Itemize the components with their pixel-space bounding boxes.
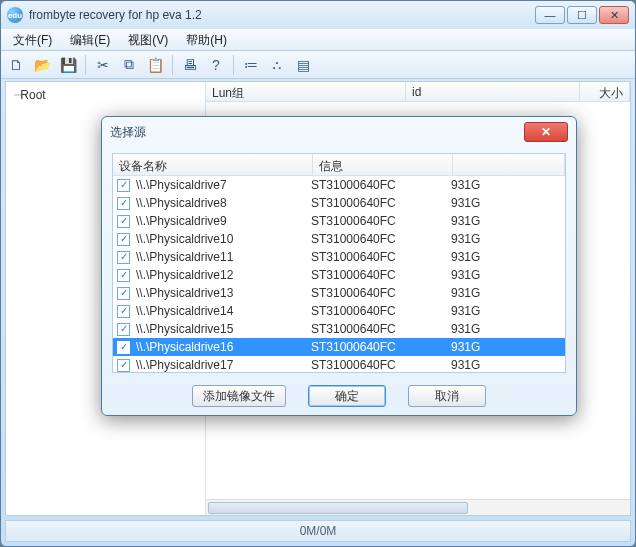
device-name: \\.\Physicaldrive15 [136, 322, 311, 336]
checkbox-icon[interactable]: ✓ [117, 341, 130, 354]
device-name: \\.\Physicaldrive7 [136, 178, 311, 192]
window-title: frombyte recovery for hp eva 1.2 [29, 8, 535, 22]
menu-view[interactable]: 视图(V) [120, 30, 176, 51]
device-info: ST31000640FC [311, 232, 451, 246]
device-row[interactable]: ✓\\.\Physicaldrive10ST31000640FC931G [113, 230, 565, 248]
minimize-button[interactable]: — [535, 6, 565, 24]
status-bar: 0M/0M [5, 520, 631, 542]
device-size: 931G [451, 286, 561, 300]
print-icon[interactable]: 🖶 [179, 54, 201, 76]
dialog-close-button[interactable]: ✕ [524, 122, 568, 142]
checkbox-icon[interactable]: ✓ [117, 305, 130, 318]
column-id[interactable]: id [406, 82, 580, 101]
toolbar-separator [233, 55, 234, 75]
toolbar: 🗋 📂 💾 ✂ ⧉ 📋 🖶 ? ≔ ⛬ ▤ [1, 51, 635, 79]
maximize-button[interactable]: ☐ [567, 6, 597, 24]
device-size: 931G [451, 304, 561, 318]
menu-help[interactable]: 帮助(H) [178, 30, 235, 51]
column-device-info[interactable]: 信息 [313, 154, 453, 175]
cut-icon[interactable]: ✂ [92, 54, 114, 76]
device-name: \\.\Physicaldrive10 [136, 232, 311, 246]
toolbar-separator [172, 55, 173, 75]
app-window: edu frombyte recovery for hp eva 1.2 — ☐… [0, 0, 636, 547]
titlebar[interactable]: edu frombyte recovery for hp eva 1.2 — ☐… [1, 1, 635, 29]
checkbox-icon[interactable]: ✓ [117, 197, 130, 210]
device-info: ST31000640FC [311, 196, 451, 210]
scrollbar-thumb[interactable] [208, 502, 468, 514]
device-info: ST31000640FC [311, 268, 451, 282]
tool-icon[interactable]: ⛬ [266, 54, 288, 76]
device-row[interactable]: ✓\\.\Physicaldrive8ST31000640FC931G [113, 194, 565, 212]
device-info: ST31000640FC [311, 358, 451, 372]
device-info: ST31000640FC [311, 340, 451, 354]
paste-icon[interactable]: 📋 [144, 54, 166, 76]
device-info: ST31000640FC [311, 304, 451, 318]
status-text: 0M/0M [300, 524, 337, 538]
device-size: 931G [451, 322, 561, 336]
device-size: 931G [451, 232, 561, 246]
device-row[interactable]: ✓\\.\Physicaldrive16ST31000640FC931G [113, 338, 565, 356]
copy-icon[interactable]: ⧉ [118, 54, 140, 76]
checkbox-icon[interactable]: ✓ [117, 251, 130, 264]
device-info: ST31000640FC [311, 214, 451, 228]
device-size: 931G [451, 340, 561, 354]
device-name: \\.\Physicaldrive9 [136, 214, 311, 228]
add-image-file-button[interactable]: 添加镜像文件 [192, 385, 286, 407]
dialog-body: 设备名称 信息 ✓\\.\Physicaldrive7ST31000640FC9… [112, 153, 566, 373]
device-row[interactable]: ✓\\.\Physicaldrive7ST31000640FC931G [113, 176, 565, 194]
app-icon: edu [7, 7, 23, 23]
checkbox-icon[interactable]: ✓ [117, 269, 130, 282]
tool-icon[interactable]: ≔ [240, 54, 262, 76]
checkbox-icon[interactable]: ✓ [117, 215, 130, 228]
device-row[interactable]: ✓\\.\Physicaldrive14ST31000640FC931G [113, 302, 565, 320]
menu-bar: 文件(F) 编辑(E) 视图(V) 帮助(H) [1, 29, 635, 51]
device-info: ST31000640FC [311, 178, 451, 192]
device-name: \\.\Physicaldrive17 [136, 358, 311, 372]
save-icon[interactable]: 💾 [57, 54, 79, 76]
device-row[interactable]: ✓\\.\Physicaldrive17ST31000640FC931G [113, 356, 565, 372]
device-name: \\.\Physicaldrive11 [136, 250, 311, 264]
device-size: 931G [451, 358, 561, 372]
checkbox-icon[interactable]: ✓ [117, 287, 130, 300]
select-source-dialog: 选择源 ✕ 设备名称 信息 ✓\\.\Physicaldrive7ST31000… [101, 116, 577, 416]
close-button[interactable]: ✕ [599, 6, 629, 24]
column-lun[interactable]: Lun组 [206, 82, 406, 101]
menu-edit[interactable]: 编辑(E) [62, 30, 118, 51]
new-icon[interactable]: 🗋 [5, 54, 27, 76]
column-device-size[interactable] [453, 154, 565, 175]
checkbox-icon[interactable]: ✓ [117, 359, 130, 372]
device-row[interactable]: ✓\\.\Physicaldrive11ST31000640FC931G [113, 248, 565, 266]
device-row[interactable]: ✓\\.\Physicaldrive13ST31000640FC931G [113, 284, 565, 302]
tree-root-node[interactable]: Root [10, 86, 201, 104]
device-row[interactable]: ✓\\.\Physicaldrive15ST31000640FC931G [113, 320, 565, 338]
checkbox-icon[interactable]: ✓ [117, 323, 130, 336]
menu-file[interactable]: 文件(F) [5, 30, 60, 51]
device-info: ST31000640FC [311, 286, 451, 300]
dialog-title: 选择源 [110, 124, 524, 141]
horizontal-scrollbar[interactable] [206, 499, 630, 515]
cancel-button[interactable]: 取消 [408, 385, 486, 407]
checkbox-icon[interactable]: ✓ [117, 179, 130, 192]
ok-button[interactable]: 确定 [308, 385, 386, 407]
device-row[interactable]: ✓\\.\Physicaldrive12ST31000640FC931G [113, 266, 565, 284]
device-info: ST31000640FC [311, 322, 451, 336]
list-header: Lun组 id 大小 [206, 82, 630, 102]
device-size: 931G [451, 196, 561, 210]
help-icon[interactable]: ? [205, 54, 227, 76]
device-name: \\.\Physicaldrive16 [136, 340, 311, 354]
device-name: \\.\Physicaldrive14 [136, 304, 311, 318]
device-info: ST31000640FC [311, 250, 451, 264]
device-list[interactable]: ✓\\.\Physicaldrive7ST31000640FC931G✓\\.\… [113, 176, 565, 372]
grid-icon[interactable]: ▤ [292, 54, 314, 76]
device-name: \\.\Physicaldrive12 [136, 268, 311, 282]
device-size: 931G [451, 250, 561, 264]
column-size[interactable]: 大小 [580, 82, 630, 101]
dialog-titlebar[interactable]: 选择源 ✕ [102, 117, 576, 147]
column-device-name[interactable]: 设备名称 [113, 154, 313, 175]
device-size: 931G [451, 268, 561, 282]
checkbox-icon[interactable]: ✓ [117, 233, 130, 246]
device-size: 931G [451, 178, 561, 192]
open-icon[interactable]: 📂 [31, 54, 53, 76]
device-row[interactable]: ✓\\.\Physicaldrive9ST31000640FC931G [113, 212, 565, 230]
device-name: \\.\Physicaldrive8 [136, 196, 311, 210]
